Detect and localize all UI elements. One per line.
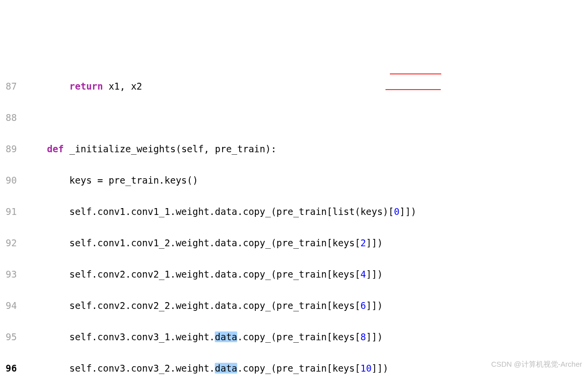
annotation-underline (385, 89, 441, 90)
code-line[interactable]: self.conv3.conv3_1.weight.data.copy_(pre… (24, 329, 588, 345)
code-area[interactable]: return x1, x2 def _initialize_weights(se… (21, 63, 588, 376)
line-number: 90 (0, 172, 17, 188)
code-editor[interactable]: 87 88 89 90 91 92 93 94 95 96 97 98 99 1… (0, 63, 588, 376)
line-number: 94 (0, 298, 17, 313)
code-text: self.conv3.conv3_1.weight. (69, 331, 215, 342)
highlighted-text: data (215, 363, 237, 374)
code-line[interactable]: self.conv1.conv1_1.weight.data.copy_(pre… (24, 204, 588, 219)
number-literal: 2 (361, 237, 366, 248)
code-text: ]]) (366, 237, 383, 248)
number-literal: 0 (394, 206, 399, 217)
highlighted-text: data (215, 331, 237, 342)
line-number: 89 (0, 141, 17, 157)
line-number-gutter: 87 88 89 90 91 92 93 94 95 96 97 98 99 1… (0, 63, 21, 376)
number-literal: 6 (361, 300, 366, 311)
line-number: 88 (0, 110, 17, 125)
code-text: self.conv1.conv1_1.weight.data.copy_(pre… (69, 206, 394, 217)
code-line[interactable]: return x1, x2 (24, 78, 588, 94)
keyword-def: def (47, 143, 64, 154)
line-number-current: 96 (0, 360, 17, 376)
line-number: 95 (0, 329, 17, 345)
code-text: ]]) (366, 269, 383, 280)
code-text: self.conv2.conv2_2.weight.data.copy_(pre… (69, 300, 361, 311)
code-text: ]]) (366, 300, 383, 311)
code-text: self.conv2.conv2_1.weight.data.copy_(pre… (69, 269, 361, 280)
code-text: ]]) (366, 331, 383, 342)
code-line[interactable]: self.conv2.conv2_1.weight.data.copy_(pre… (24, 266, 588, 282)
line-number: 92 (0, 235, 17, 251)
code-text: (self, pre_train): (176, 143, 276, 154)
line-number: 87 (0, 78, 17, 94)
code-line[interactable]: keys = pre_train.keys() (24, 172, 588, 188)
number-literal: 8 (361, 331, 366, 342)
line-number: 93 (0, 266, 17, 282)
watermark-text: CSDN @计算机视觉-Archer (491, 356, 582, 372)
code-text: .copy_(pre_train[keys[ (237, 331, 361, 342)
code-line[interactable]: self.conv1.conv1_2.weight.data.copy_(pre… (24, 235, 588, 251)
code-text: keys = pre_train.keys() (69, 175, 198, 186)
code-text: self.conv3.conv3_2.weight. (69, 363, 215, 374)
code-line[interactable] (24, 110, 588, 125)
code-line[interactable]: def _initialize_weights(self, pre_train)… (24, 141, 588, 157)
code-text: x1, x2 (103, 81, 142, 92)
number-literal: 4 (361, 269, 366, 280)
code-text: ]]) (372, 363, 388, 374)
code-text: ]]) (400, 206, 416, 217)
annotation-underline (390, 73, 441, 74)
code-text: self.conv1.conv1_2.weight.data.copy_(pre… (69, 237, 361, 248)
code-text: .copy_(pre_train[keys[ (237, 363, 361, 374)
number-literal: 10 (361, 363, 372, 374)
code-line[interactable]: self.conv2.conv2_2.weight.data.copy_(pre… (24, 298, 588, 313)
function-name: _initialize_weights (64, 143, 176, 154)
line-number: 91 (0, 204, 17, 219)
keyword-return: return (69, 81, 103, 92)
